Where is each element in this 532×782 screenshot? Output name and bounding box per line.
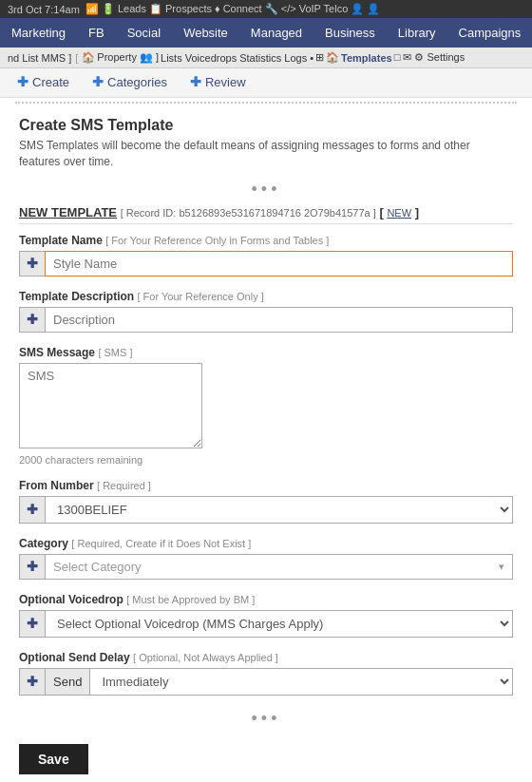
from-number-label: From Number [ Required ] bbox=[19, 479, 513, 492]
sms-message-input[interactable] bbox=[19, 363, 202, 448]
plus-icon-categories: ✚ bbox=[92, 74, 104, 89]
nav-fb[interactable]: FB bbox=[77, 18, 116, 48]
dotted-separator bbox=[15, 102, 517, 104]
tab-row: ✚ Create ✚ Categories ✚ Review bbox=[0, 68, 532, 98]
template-name-label: Template Name [ For Your Reference Only … bbox=[19, 234, 513, 247]
voicedrop-plus-btn[interactable]: ✚ bbox=[19, 610, 45, 638]
sms-message-group: SMS Message [ SMS ] 2000 characters rema… bbox=[19, 346, 513, 466]
char-count: 2000 characters remaining bbox=[19, 454, 513, 466]
category-group: Category [ Required, Create if it Does N… bbox=[19, 537, 513, 580]
from-number-group: From Number [ Required ] ✚ 1300BELIEF bbox=[19, 479, 513, 524]
status-bar: 3rd Oct 7:14am 📶 🔋 Leads 📋 Prospects ♦ C… bbox=[0, 0, 532, 18]
template-name-group: Template Name [ For Your Reference Only … bbox=[19, 234, 513, 277]
secondary-nav-templates[interactable]: Templates bbox=[341, 52, 392, 64]
template-name-input[interactable] bbox=[45, 251, 513, 277]
secondary-nav-text: nd List MMS ] bbox=[8, 52, 71, 64]
send-delay-group: Optional Send Delay [ Optional, Not Alwa… bbox=[19, 651, 513, 696]
category-select[interactable]: Select Category ▾ bbox=[45, 554, 513, 580]
template-description-input[interactable] bbox=[45, 307, 513, 333]
secondary-nav-property: Property 👥 ] bbox=[97, 51, 159, 64]
send-delay-input-row: ✚ Send Immediately bbox=[19, 668, 513, 696]
primary-nav: Marketing FB Social Website Managed Busi… bbox=[0, 18, 532, 48]
sms-message-note: [ SMS ] bbox=[98, 347, 132, 358]
page-title: Create SMS Template bbox=[19, 117, 513, 134]
voicedrop-select[interactable]: Select Optional Voicedrop (MMS Charges A… bbox=[45, 610, 513, 638]
plus-icon-create: ✚ bbox=[17, 74, 28, 89]
template-name-input-row: ✚ bbox=[19, 251, 513, 277]
secondary-nav: nd List MMS ] [ 🏠 Property 👥 ] Lists Voi… bbox=[0, 48, 532, 68]
secondary-nav-links: Lists Voicedrops Statistics Logs • bbox=[161, 52, 314, 64]
template-description-input-row: ✚ bbox=[19, 307, 513, 333]
section-title: NEW TEMPLATE bbox=[19, 205, 117, 219]
tab-review-label: Review bbox=[205, 75, 246, 89]
nav-social[interactable]: Social bbox=[116, 18, 172, 48]
tab-create[interactable]: ✚ Create bbox=[8, 68, 79, 97]
nav-campaigns[interactable]: Campaigns bbox=[447, 18, 532, 48]
dots-bottom: ••• bbox=[19, 709, 513, 729]
from-number-input-row: ✚ 1300BELIEF bbox=[19, 496, 513, 524]
nav-library[interactable]: Library bbox=[387, 18, 447, 48]
plus-icon-review: ✚ bbox=[190, 74, 201, 89]
property-icon: 🏠 bbox=[82, 51, 95, 64]
secondary-nav-end: □ ✉ ⚙ Settings bbox=[394, 51, 466, 64]
sms-message-label: SMS Message [ SMS ] bbox=[19, 346, 513, 359]
template-name-note: [ For Your Reference Only in Forms and T… bbox=[105, 235, 329, 246]
from-number-select[interactable]: 1300BELIEF bbox=[45, 496, 513, 524]
send-label: Send bbox=[45, 668, 89, 696]
voicedrop-label: Optional Voicedrop [ Must be Approved by… bbox=[19, 593, 513, 606]
tab-categories[interactable]: ✚ Categories bbox=[83, 68, 177, 97]
nav-website[interactable]: Website bbox=[172, 18, 239, 48]
category-input-row: ✚ Select Category ▾ bbox=[19, 554, 513, 580]
record-id: [ Record ID: b5126893e531671894716 2O79b… bbox=[121, 207, 376, 219]
template-description-label: Template Description [ For Your Referenc… bbox=[19, 290, 513, 303]
template-description-plus-btn[interactable]: ✚ bbox=[19, 307, 45, 333]
send-delay-note: [ Optional, Not Always Applied ] bbox=[133, 652, 278, 663]
save-button[interactable]: Save bbox=[19, 744, 88, 774]
tab-categories-label: Categories bbox=[107, 75, 167, 89]
new-link[interactable]: NEW bbox=[387, 207, 411, 219]
chevron-down-icon: ▾ bbox=[499, 561, 504, 573]
grid-icon: ⊞ bbox=[315, 51, 324, 64]
template-description-note: [ For Your Reference Only ] bbox=[137, 291, 263, 302]
voicedrop-group: Optional Voicedrop [ Must be Approved by… bbox=[19, 593, 513, 638]
status-text: 3rd Oct 7:14am bbox=[8, 4, 80, 15]
category-note: [ Required, Create if it Does Not Exist … bbox=[71, 538, 251, 549]
category-plus-btn[interactable]: ✚ bbox=[19, 554, 45, 580]
send-delay-label: Optional Send Delay [ Optional, Not Alwa… bbox=[19, 651, 513, 664]
main-content: Create SMS Template SMS Templates will b… bbox=[0, 107, 532, 782]
send-delay-plus-btn[interactable]: ✚ bbox=[19, 668, 45, 696]
voicedrop-input-row: ✚ Select Optional Voicedrop (MMS Charges… bbox=[19, 610, 513, 638]
status-icons: 📶 🔋 Leads 📋 Prospects ♦ Connect 🔧 </> Vo… bbox=[86, 3, 381, 15]
page-subtitle: SMS Templates will become the default me… bbox=[19, 138, 513, 170]
nav-business[interactable]: Business bbox=[314, 18, 387, 48]
category-placeholder: Select Category bbox=[53, 560, 142, 574]
category-label: Category [ Required, Create if it Does N… bbox=[19, 537, 513, 550]
from-number-note: [ Required ] bbox=[97, 480, 151, 491]
home-icon2: 🏠 bbox=[326, 51, 339, 64]
template-name-plus-btn[interactable]: ✚ bbox=[19, 251, 45, 277]
nav-marketing[interactable]: Marketing bbox=[0, 18, 77, 48]
nav-managed[interactable]: Managed bbox=[239, 18, 314, 48]
section-header: NEW TEMPLATE [ Record ID: b5126893e53167… bbox=[19, 205, 513, 224]
from-number-plus-btn[interactable]: ✚ bbox=[19, 496, 45, 524]
tab-create-label: Create bbox=[32, 75, 69, 89]
tab-review[interactable]: ✚ Review bbox=[180, 68, 256, 97]
dots-top: ••• bbox=[19, 180, 513, 200]
send-delay-select[interactable]: Immediately bbox=[89, 668, 513, 696]
voicedrop-note: [ Must be Approved by BM ] bbox=[126, 594, 255, 605]
template-description-group: Template Description [ For Your Referenc… bbox=[19, 290, 513, 333]
